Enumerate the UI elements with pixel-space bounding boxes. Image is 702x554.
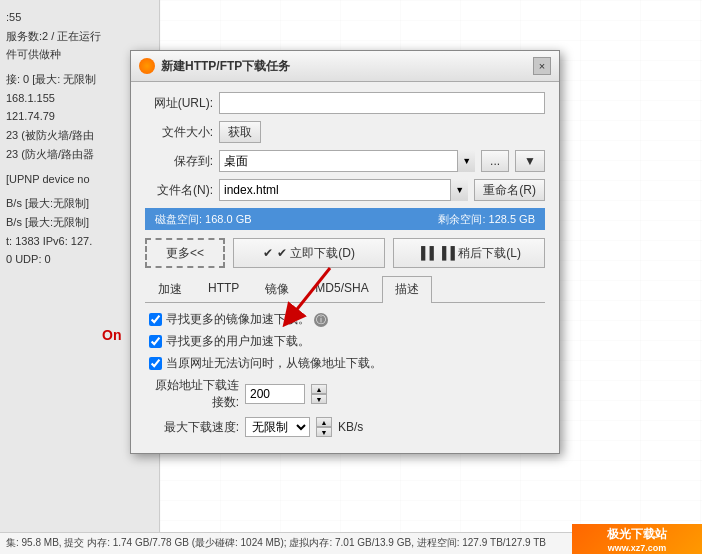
- download-now-label: ✔ 立即下载(D): [277, 245, 355, 262]
- filename-select-wrapper: index.html ▼: [219, 179, 468, 201]
- speed-row: 最大下载速度: 无限制 ▲ ▼ KB/s: [149, 417, 541, 437]
- disk-space-label: 磁盘空间: 168.0 GB: [155, 212, 252, 227]
- download-later-button[interactable]: ▐▐ ▐▐ 稍后下载(L): [393, 238, 545, 268]
- url-row: 网址(URL):: [145, 92, 545, 114]
- tab-content: 寻找更多的镜像加速下载。 ⓘ 寻找更多的用户加速下载。 当原网址无法访问时，从镜…: [145, 311, 545, 437]
- connections-down-button[interactable]: ▼: [311, 394, 327, 404]
- saveto-row: 保存到: 桌面 ▼ ... ▼: [145, 150, 545, 172]
- rename-button[interactable]: 重命名(R): [474, 179, 545, 201]
- dialog-body: 网址(URL): 文件大小: 获取 保存到: 桌面 ▼ ... ▼ 文件名(N)…: [131, 82, 559, 453]
- filesize-label: 文件大小:: [145, 124, 213, 141]
- speed-select[interactable]: 无限制: [245, 417, 310, 437]
- connections-label: 原始地址下载连接数:: [149, 377, 239, 411]
- info-icon-1[interactable]: ⓘ: [314, 313, 328, 327]
- disk-space-bar: 磁盘空间: 168.0 GB 剩余空间: 128.5 GB: [145, 208, 545, 230]
- watermark-url: www.xz7.com: [607, 543, 667, 553]
- more-button[interactable]: 更多<<: [145, 238, 225, 268]
- saveto-label: 保存到:: [145, 153, 213, 170]
- url-label: 网址(URL):: [145, 95, 213, 112]
- tab-desc[interactable]: 描述: [382, 276, 432, 303]
- remaining-space-label: 剩余空间: 128.5 GB: [438, 212, 535, 227]
- speed-label: 最大下载速度:: [149, 419, 239, 436]
- dialog-close-button[interactable]: ×: [533, 57, 551, 75]
- dialog: 新建HTTP/FTP下载任务 × 网址(URL): 文件大小: 获取 保存到: …: [130, 50, 560, 454]
- speed-up-button[interactable]: ▲: [316, 417, 332, 427]
- action-buttons-row: 更多<< ✔ ✔ 立即下载(D) ▐▐ ▐▐ 稍后下载(L): [145, 238, 545, 268]
- connections-spinner: ▲ ▼: [311, 384, 327, 404]
- tabs-bar: 加速 HTTP 镜像 MD5/SHA 描述: [145, 276, 545, 303]
- speed-spinner: ▲ ▼: [316, 417, 332, 437]
- checkbox-row-1: 寻找更多的镜像加速下载。 ⓘ: [149, 311, 541, 328]
- download-now-button[interactable]: ✔ ✔ 立即下载(D): [233, 238, 385, 268]
- tab-speed[interactable]: 加速: [145, 276, 195, 302]
- connections-up-button[interactable]: ▲: [311, 384, 327, 394]
- checkbox-row-2: 寻找更多的用户加速下载。: [149, 333, 541, 350]
- checkbox-label-1: 寻找更多的镜像加速下载。: [166, 311, 310, 328]
- connections-input[interactable]: [245, 384, 305, 404]
- speed-unit: KB/s: [338, 420, 363, 434]
- checkbox-mirror-fallback[interactable]: [149, 357, 162, 370]
- checkbox-label-2: 寻找更多的用户加速下载。: [166, 333, 310, 350]
- url-input[interactable]: [219, 92, 545, 114]
- get-button[interactable]: 获取: [219, 121, 261, 143]
- speed-down-button[interactable]: ▼: [316, 427, 332, 437]
- folder-dropdown-button[interactable]: ▼: [515, 150, 545, 172]
- saveto-select-wrapper: 桌面 ▼: [219, 150, 475, 172]
- dialog-title: 新建HTTP/FTP下载任务: [161, 58, 527, 75]
- download-now-icon: ✔: [263, 246, 273, 260]
- filename-select[interactable]: index.html: [219, 179, 468, 201]
- checkbox-mirror-accelerate[interactable]: [149, 313, 162, 326]
- checkbox-row-3: 当原网址无法访问时，从镜像地址下载。: [149, 355, 541, 372]
- dialog-icon: [139, 58, 155, 74]
- filename-label: 文件名(N):: [145, 182, 213, 199]
- download-later-label: ▐▐ 稍后下载(L): [438, 245, 521, 262]
- download-later-icon: ▐▐: [417, 246, 434, 260]
- saveto-select[interactable]: 桌面: [219, 150, 475, 172]
- dialog-titlebar: 新建HTTP/FTP下载任务 ×: [131, 51, 559, 82]
- tab-http[interactable]: HTTP: [195, 276, 252, 302]
- watermark: 极光下载站 www.xz7.com: [572, 524, 702, 554]
- status-text: 集: 95.8 MB, 提交 内存: 1.74 GB/7.78 GB (最少碰碑…: [6, 537, 546, 548]
- filesize-row: 文件大小: 获取: [145, 121, 545, 143]
- watermark-title: 极光下载站: [607, 526, 667, 543]
- filename-row: 文件名(N): index.html ▼ 重命名(R): [145, 179, 545, 201]
- connections-row: 原始地址下载连接数: ▲ ▼: [149, 377, 541, 411]
- checkbox-label-3: 当原网址无法访问时，从镜像地址下载。: [166, 355, 382, 372]
- tab-md5[interactable]: MD5/SHA: [302, 276, 381, 302]
- browse-button[interactable]: ...: [481, 150, 509, 172]
- checkbox-user-accelerate[interactable]: [149, 335, 162, 348]
- tab-mirror[interactable]: 镜像: [252, 276, 302, 302]
